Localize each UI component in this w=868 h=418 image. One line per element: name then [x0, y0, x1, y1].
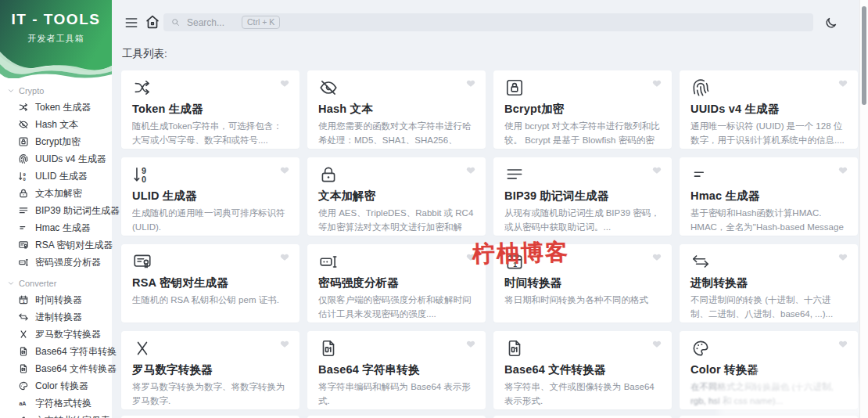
tool-card-title: Base64 文件转换器 [504, 362, 661, 377]
search-bar[interactable]: Ctrl + K [163, 13, 813, 31]
sidebar-item-label: Base64 字符串转换 [35, 345, 117, 359]
sidebar-item-rsa-key-pair-generator[interactable]: RSA 密钥对生成器 [0, 236, 112, 254]
tool-card-title: 罗马数字转换器 [132, 362, 289, 377]
tool-card-password-strength-analyser[interactable]: 密码强度分析器 仅限客户端的密码强度分析和破解时间估计工具来发现密码的强度...… [307, 244, 486, 323]
tool-card-description: 将字符串、文件或图像转换为 Base64 表示形式. [504, 380, 661, 409]
chevron-down-icon [7, 279, 15, 287]
favorite-heart-icon[interactable] [838, 164, 848, 175]
favorite-heart-icon[interactable] [838, 251, 848, 262]
sidebar-item-label: RSA 密钥对生成器 [35, 239, 113, 252]
sidebar-item-label: BIP39 助记词生成器 [35, 204, 120, 218]
tool-card-rsa-key-pair-generator[interactable]: RSA 密钥对生成器 生随机的 RSA 私钥和公钥 pem 证书. [121, 244, 299, 323]
home-icon[interactable] [144, 13, 161, 31]
lock-icon [318, 164, 339, 185]
tool-card-description: 在不同格式之间转换颜色 (十六进制, rgb, hsl 和 css name).… [690, 380, 847, 409]
sidebar-item-label: 罗马数字转换器 [35, 328, 101, 341]
search-input[interactable] [187, 17, 242, 28]
sidebar-item-bip39-generator[interactable]: BIP39 助记词生成器 [0, 202, 112, 219]
favorite-heart-icon[interactable] [651, 77, 662, 88]
align-justified-icon [18, 205, 29, 216]
tool-card-hash-text[interactable]: Hash 文本 使用您需要的函数对文本字符串进行哈希处理：MD5、SHA1、SH… [307, 70, 486, 149]
lock-icon [18, 188, 29, 199]
favorite-heart-icon[interactable] [651, 164, 662, 175]
sidebar-section-crypto: Crypto Token 生成器 Hash 文本 Bcrypt加密 UUIDs … [0, 83, 112, 271]
tool-card-title: Base64 字符串转换 [318, 362, 475, 377]
search-icon [170, 17, 181, 27]
sidebar-item-label: 密码强度分析器 [35, 256, 101, 269]
sidebar-item-base-converter[interactable]: 进制转换器 [0, 308, 112, 326]
sidebar-item-label: Color 转换器 [35, 380, 88, 393]
tool-card-bcrypt[interactable]: Bcrypt加密 使用 bcrypt 对文本字符串进行散列和比较。 Bcrypt… [493, 70, 672, 149]
sidebar-item-token-generator[interactable]: Token 生成器 [0, 99, 112, 116]
certificate-icon [132, 251, 152, 272]
sidebar-item-label: 字符格式转换 [35, 397, 91, 410]
menu-icon[interactable] [124, 15, 139, 31]
favorite-heart-icon[interactable] [838, 77, 848, 88]
svg-text:9: 9 [23, 172, 26, 177]
file-digit-icon [318, 338, 339, 359]
tool-card-text-encryption[interactable]: 文本加解密 使用 AES、TripleDES、Rabbit 或 RC4 等加密算… [307, 157, 486, 236]
scrollbar-thumb[interactable] [862, 6, 866, 105]
sidebar-item-base64-file-converter[interactable]: Base64 文件转换器 [0, 360, 112, 377]
tool-card-description: 将罗马数字转换为数字、将数字转换为罗马数字. [132, 380, 289, 409]
sidebar-section-header[interactable]: Crypto [0, 83, 112, 99]
arrows-left-right-icon [690, 251, 711, 272]
letter-x-icon [132, 338, 152, 359]
shuffle-icon [18, 102, 29, 113]
app-subtitle: 开发者工具箱 [0, 33, 112, 45]
favorite-heart-icon[interactable] [465, 164, 476, 175]
sidebar-item-label: 文本转北约字母表 [35, 414, 110, 418]
tool-card-base-converter[interactable]: 进制转换器 不同进制间的转换 (十进制、十六进制、二进制、八进制、base64,… [680, 244, 858, 323]
sidebar-item-hash-text[interactable]: Hash 文本 [0, 116, 112, 133]
favorite-heart-icon[interactable] [838, 338, 848, 349]
shuffle-icon [132, 77, 152, 98]
tool-card-base64-file-converter[interactable]: Base64 文件转换器 将字符串、文件或图像转换为 Base64 表示形式. [493, 331, 672, 409]
sidebar-item-bcrypt[interactable]: Bcrypt加密 [0, 133, 112, 150]
favorite-heart-icon[interactable] [651, 338, 662, 349]
sidebar-item-color-converter[interactable]: Color 转换器 [0, 377, 112, 395]
scrollbar-track[interactable] [859, 0, 868, 418]
tool-card-bip39-generator[interactable]: BIP39 助记词生成器 从现有或随机助记词生成 BIP39 密码，或从密码中获… [493, 157, 672, 236]
tool-card-description: 通用唯一标识符 (UUID) 是一个 128 位数字，用于识别计算机系统中的信息… [690, 120, 847, 148]
tool-card-ulid-generator[interactable]: 90 ULID 生成器 生成随机的通用唯一词典可排序标识符 (ULID). [121, 157, 299, 236]
sidebar-item-uuids-generator[interactable]: UUIDs v4 生成器 [0, 150, 112, 168]
tool-card-description: 将日期和时间转换为各种不同的格式 [504, 294, 661, 308]
sidebar-item-ulid-generator[interactable]: 90 ULID 生成器 [0, 168, 112, 185]
sidebar-item-label: Hmac 生成器 [35, 222, 91, 235]
favorite-heart-icon[interactable] [279, 251, 290, 262]
short-lines-icon [18, 222, 29, 233]
sidebar-item-password-strength-analyser[interactable]: 密码强度分析器 [0, 254, 112, 271]
lock-square-icon [504, 77, 525, 98]
sidebar-item-base64-string-converter[interactable]: Base64 字符串转换 [0, 343, 112, 360]
sidebar-item-text-encryption[interactable]: 文本加解密 [0, 185, 112, 202]
favorite-heart-icon[interactable] [651, 251, 662, 262]
favorite-heart-icon[interactable] [279, 338, 290, 349]
dark-mode-toggle-moon-icon[interactable] [823, 16, 838, 31]
sidebar-item-label: Bcrypt加密 [35, 135, 81, 149]
sidebar-item-case-converter[interactable]: aA 字符格式转换 [0, 395, 112, 412]
favorite-heart-icon[interactable] [279, 77, 290, 88]
app-logo[interactable]: IT - TOOLS 开发者工具箱 [0, 0, 112, 78]
tool-card-description: 随机生成Token字符串，可选择包含：大写或小写字母、数字和或符号.... [132, 120, 289, 148]
sidebar-item-roman-numeral-converter[interactable]: 罗马数字转换器 [0, 326, 112, 343]
sidebar-item-text-to-nato-alphabet[interactable]: 文本转北约字母表 [0, 412, 112, 418]
lock-square-icon [18, 136, 29, 147]
align-justified-icon [504, 164, 525, 185]
fingerprint-icon [18, 153, 29, 164]
sidebar-section-header[interactable]: Converter [0, 276, 112, 291]
tool-card-title: UUIDs v4 生成器 [690, 102, 847, 117]
favorite-heart-icon[interactable] [465, 77, 476, 88]
tool-card-roman-numeral-converter[interactable]: 罗马数字转换器 将罗马数字转换为数字、将数字转换为罗马数字. [121, 331, 299, 409]
favorite-heart-icon[interactable] [465, 338, 476, 349]
tool-card-base64-string-converter[interactable]: Base64 字符串转换 将字符串编码和解码为 Base64 表示形式. [307, 331, 486, 409]
tool-card-description: 基于密钥和Hash函数计算HMAC. HMAC，全名为"Hash-based M… [690, 207, 847, 236]
favorite-heart-icon[interactable] [279, 164, 290, 175]
sidebar-item-label: UUIDs v4 生成器 [35, 153, 106, 166]
tool-card-color-converter[interactable]: Color 转换器 在不同格式之间转换颜色 (十六进制, rgb, hsl 和 … [680, 331, 858, 409]
sidebar-item-date-converter[interactable]: 1 时间转换器 [0, 291, 112, 308]
sidebar-item-hmac-generator[interactable]: Hmac 生成器 [0, 219, 112, 236]
tool-card-hmac-generator[interactable]: Hmac 生成器 基于密钥和Hash函数计算HMAC. HMAC，全名为"Has… [680, 157, 858, 236]
tool-card-uuids-generator[interactable]: UUIDs v4 生成器 通用唯一标识符 (UUID) 是一个 128 位数字，… [680, 70, 858, 149]
file-digit-icon [504, 338, 525, 359]
tool-card-token-generator[interactable]: Token 生成器 随机生成Token字符串，可选择包含：大写或小写字母、数字和… [121, 70, 299, 149]
